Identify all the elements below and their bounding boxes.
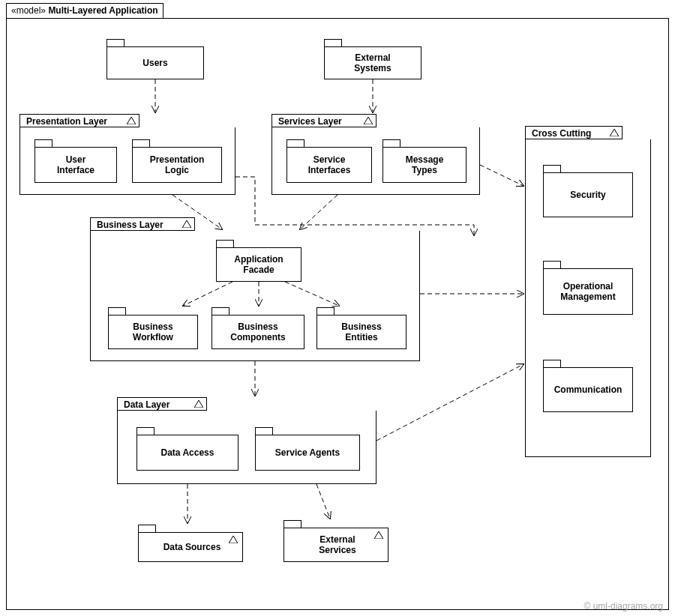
triangle-icon [194, 400, 203, 408]
label-users: Users [142, 58, 167, 68]
label-service-agents: Service Agents [275, 447, 340, 458]
package-application-facade: ApplicationFacade [216, 240, 302, 282]
label-service-interfaces: ServiceInterfaces [308, 154, 351, 176]
package-data-access: Data Access [136, 427, 238, 471]
label-security: Security [570, 190, 605, 200]
model-title-tab: «model» Multi-Layered Application [6, 3, 164, 19]
label-message-types: MessageTypes [406, 154, 444, 176]
svg-marker-6 [374, 531, 383, 539]
package-external-systems: ExternalSystems [324, 39, 422, 79]
triangle-icon [182, 220, 191, 228]
label-operational-management: OperationalManagement [560, 281, 615, 303]
package-data-sources: Data Sources [138, 525, 243, 562]
package-operational-management: OperationalManagement [543, 261, 633, 315]
label-data-access: Data Access [161, 447, 214, 458]
svg-marker-5 [229, 536, 238, 543]
label-presentation-logic: PresentationLogic [150, 154, 205, 176]
package-user-interface: UserInterface [34, 139, 117, 183]
svg-marker-2 [182, 220, 191, 228]
package-message-types: MessageTypes [382, 139, 466, 183]
svg-marker-0 [127, 117, 136, 124]
package-security: Security [543, 165, 633, 217]
label-communication: Communication [554, 384, 622, 395]
package-business-components: BusinessComponents [212, 307, 304, 349]
label-external-systems: ExternalSystems [354, 52, 391, 74]
package-external-services: ExternalServices [284, 520, 388, 562]
model-title-text: Multi-Layered Application [48, 5, 158, 16]
label-business-entities: BusinessEntities [341, 321, 381, 343]
triangle-icon [364, 117, 373, 124]
label-business-components: BusinessComponents [230, 321, 285, 343]
layer-cross-cutting-title: Cross Cutting [532, 128, 591, 139]
triangle-icon [610, 129, 619, 136]
triangle-icon [374, 531, 383, 539]
package-communication: Communication [543, 360, 633, 412]
svg-marker-3 [194, 400, 203, 408]
package-business-workflow: BusinessWorkflow [108, 307, 198, 349]
layer-presentation-title: Presentation Layer [26, 116, 107, 127]
package-users: Users [106, 39, 204, 79]
label-application-facade: ApplicationFacade [234, 254, 283, 276]
triangle-icon [229, 536, 238, 543]
label-external-services: ExternalServices [290, 534, 385, 556]
diagram-canvas: «model» Multi-Layered Application Users … [0, 0, 675, 616]
package-service-agents: Service Agents [255, 427, 360, 471]
svg-marker-4 [610, 129, 619, 136]
model-stereotype: «model» [11, 5, 46, 16]
svg-marker-1 [364, 117, 373, 124]
triangle-icon [127, 117, 136, 124]
layer-data-title: Data Layer [124, 399, 170, 410]
label-user-interface: UserInterface [57, 154, 94, 176]
package-presentation-logic: PresentationLogic [132, 139, 222, 183]
package-business-entities: BusinessEntities [316, 307, 406, 349]
label-data-sources: Data Sources [145, 542, 239, 552]
label-business-workflow: BusinessWorkflow [133, 321, 173, 343]
layer-business-title: Business Layer [97, 220, 164, 230]
footer-watermark: © uml-diagrams.org [584, 601, 663, 612]
package-service-interfaces: ServiceInterfaces [286, 139, 372, 183]
layer-services-title: Services Layer [278, 116, 342, 127]
